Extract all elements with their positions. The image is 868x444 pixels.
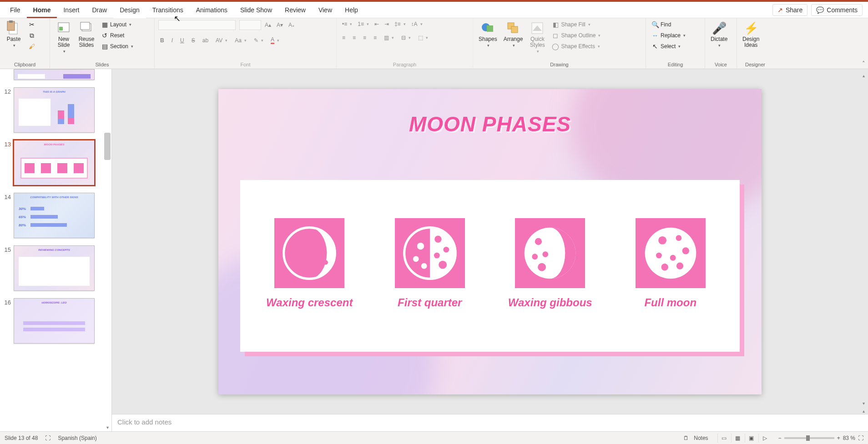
editor-scrollbar[interactable]: ▴ ▾ bbox=[860, 72, 867, 407]
arrange-button[interactable]: Arrange ▾ bbox=[502, 20, 525, 49]
reset-button[interactable]: ↺Reset bbox=[99, 31, 126, 40]
sorter-view-button[interactable]: ▦ bbox=[731, 434, 744, 443]
select-button[interactable]: ↖Select▾ bbox=[650, 42, 682, 51]
format-painter-button[interactable]: 🖌 bbox=[26, 42, 37, 51]
svg-point-19 bbox=[443, 246, 449, 252]
slideshow-view-button[interactable]: ▷ bbox=[758, 434, 771, 443]
comments-button[interactable]: 💬 Comments bbox=[811, 4, 863, 16]
canvas[interactable]: MOON PHASES bbox=[112, 69, 868, 414]
text-direction-button[interactable]: ↕A▾ bbox=[409, 20, 424, 28]
bullets-button[interactable]: •≡▾ bbox=[340, 20, 354, 28]
chevron-down-icon: ▾ bbox=[392, 35, 394, 40]
slide-thumb-12[interactable]: 12 THIS IS A GRAPH bbox=[2, 87, 108, 133]
increase-font-button[interactable]: A▴ bbox=[263, 21, 273, 29]
change-case-button[interactable]: Aa▾ bbox=[233, 36, 248, 45]
zoom-handle[interactable] bbox=[806, 435, 810, 441]
reading-view-button[interactable]: ▣ bbox=[745, 434, 757, 443]
design-ideas-button[interactable]: ⚡ Design Ideas bbox=[741, 20, 761, 49]
accessibility-icon[interactable]: ⛶ bbox=[45, 435, 50, 441]
strike-button[interactable]: S bbox=[190, 36, 197, 45]
align-left-button[interactable]: ≡ bbox=[340, 34, 347, 42]
shape-outline-button[interactable]: ◻Shape Outline▾ bbox=[550, 31, 602, 40]
zoom-percent[interactable]: 83 % bbox=[843, 435, 855, 441]
numbering-button[interactable]: 1≡▾ bbox=[356, 20, 371, 28]
underline-button[interactable]: U bbox=[178, 36, 186, 45]
slide-title[interactable]: MOON PHASES bbox=[218, 89, 762, 136]
tab-transitions[interactable]: Transitions bbox=[146, 2, 190, 18]
font-size-input[interactable] bbox=[239, 20, 261, 30]
char-spacing-button[interactable]: AV▾ bbox=[214, 36, 229, 45]
content-card[interactable]: Waxing crescent bbox=[240, 180, 740, 352]
tab-animations[interactable]: Animations bbox=[190, 2, 234, 18]
tab-design[interactable]: Design bbox=[113, 2, 146, 18]
columns-button[interactable]: ▥▾ bbox=[382, 34, 396, 42]
scroll-down-icon[interactable]: ▾ bbox=[860, 399, 867, 407]
new-slide-button[interactable]: New Slide ▾ bbox=[54, 20, 74, 55]
copy-button[interactable]: ⧉ bbox=[26, 31, 37, 40]
design-ideas-icon: ⚡ bbox=[744, 21, 758, 35]
normal-view-button[interactable]: ▭ bbox=[717, 434, 730, 443]
section-button[interactable]: ▤Section▾ bbox=[99, 42, 135, 51]
fit-to-window-button[interactable]: ⛶ bbox=[858, 435, 863, 441]
reuse-slides-button[interactable]: Reuse Slides bbox=[76, 20, 96, 49]
tab-file[interactable]: File bbox=[4, 2, 27, 18]
notes-pane[interactable]: Click to add notes bbox=[112, 414, 868, 431]
decrease-indent-button[interactable]: ⇤ bbox=[373, 20, 381, 28]
cut-button[interactable]: ✂ bbox=[26, 20, 37, 29]
status-language[interactable]: Spanish (Spain) bbox=[58, 435, 96, 441]
text-shadow-button[interactable]: ab bbox=[201, 36, 210, 45]
justify-button[interactable]: ≡ bbox=[372, 34, 378, 42]
phase-full-moon[interactable]: Full moon bbox=[615, 218, 727, 309]
tab-home[interactable]: Home bbox=[27, 2, 57, 18]
zoom-slider[interactable] bbox=[784, 437, 834, 439]
phase-waxing-crescent[interactable]: Waxing crescent bbox=[254, 218, 365, 309]
notes-toggle-button[interactable]: 🗒 Notes bbox=[681, 434, 710, 442]
zoom-out-button[interactable]: − bbox=[778, 435, 782, 441]
share-button[interactable]: ↗ Share bbox=[772, 4, 807, 16]
align-text-button[interactable]: ⊟▾ bbox=[399, 34, 413, 42]
paste-button[interactable]: Paste ▾ bbox=[4, 20, 24, 49]
align-center-button[interactable]: ≡ bbox=[351, 34, 358, 42]
zoom-in-button[interactable]: + bbox=[837, 435, 840, 441]
numbering-icon: 1≡ bbox=[358, 21, 364, 27]
quick-styles-button[interactable]: Quick Styles ▾ bbox=[527, 20, 547, 55]
shape-fill-button[interactable]: ◧Shape Fill▾ bbox=[550, 20, 592, 29]
find-button[interactable]: 🔍Find bbox=[650, 20, 673, 29]
slide[interactable]: MOON PHASES bbox=[218, 89, 762, 394]
replace-button[interactable]: ↔Replace▾ bbox=[650, 31, 687, 40]
highlight-button[interactable]: ✎▾ bbox=[252, 36, 265, 45]
slide-thumb-14[interactable]: 14 COMPATIBILITY WITH OTHER SIGNS 30% 65… bbox=[2, 193, 108, 238]
font-family-input[interactable] bbox=[158, 20, 236, 30]
increase-indent-button[interactable]: ⇥ bbox=[383, 20, 391, 28]
shape-effects-button[interactable]: ◯Shape Effects▾ bbox=[550, 42, 602, 51]
line-spacing-button[interactable]: ‡≡▾ bbox=[393, 20, 408, 28]
smartart-button[interactable]: ⬚▾ bbox=[416, 34, 430, 42]
slide-thumb-15[interactable]: 15 REVIEWING CONCEPTS bbox=[2, 245, 108, 291]
slide-thumb-16[interactable]: 16 HOROSCOPE: LEO bbox=[2, 298, 108, 344]
tab-slideshow[interactable]: Slide Show bbox=[234, 2, 278, 18]
clear-formatting-button[interactable]: Aₓ bbox=[287, 21, 296, 29]
slide-thumb-11-partial[interactable] bbox=[2, 71, 108, 80]
tab-view[interactable]: View bbox=[312, 2, 338, 18]
font-color-button[interactable]: A▾ bbox=[269, 35, 281, 45]
bold-button[interactable]: B bbox=[158, 36, 166, 45]
align-right-button[interactable]: ≡ bbox=[361, 34, 368, 42]
slide-thumb-13[interactable]: 13 MOON PHASES bbox=[2, 140, 108, 185]
scroll-down-icon[interactable]: ▾ bbox=[104, 424, 111, 430]
dictate-button[interactable]: 🎤 Dictate ▾ bbox=[709, 20, 729, 49]
thumbnails-scrollbar[interactable] bbox=[104, 133, 111, 160]
tab-help[interactable]: Help bbox=[338, 2, 364, 18]
decrease-font-button[interactable]: A▾ bbox=[275, 21, 285, 29]
chevron-down-icon: ▾ bbox=[718, 43, 721, 48]
phase-waxing-gibbous[interactable]: Waxing gibbous bbox=[495, 218, 606, 309]
shapes-button[interactable]: Shapes ▾ bbox=[477, 20, 499, 49]
scroll-up-icon[interactable]: ▴ bbox=[860, 72, 867, 79]
tab-draw[interactable]: Draw bbox=[86, 2, 113, 18]
tab-review[interactable]: Review bbox=[278, 2, 312, 18]
tab-insert[interactable]: Insert bbox=[57, 2, 86, 18]
phase-first-quarter[interactable]: First quarter bbox=[374, 218, 486, 309]
collapse-ribbon-button[interactable]: ˄ bbox=[862, 60, 865, 67]
prev-slide-button[interactable]: ▴ bbox=[860, 408, 867, 414]
layout-button[interactable]: ▦Layout▾ bbox=[99, 20, 133, 29]
italic-button[interactable]: I bbox=[170, 36, 175, 45]
